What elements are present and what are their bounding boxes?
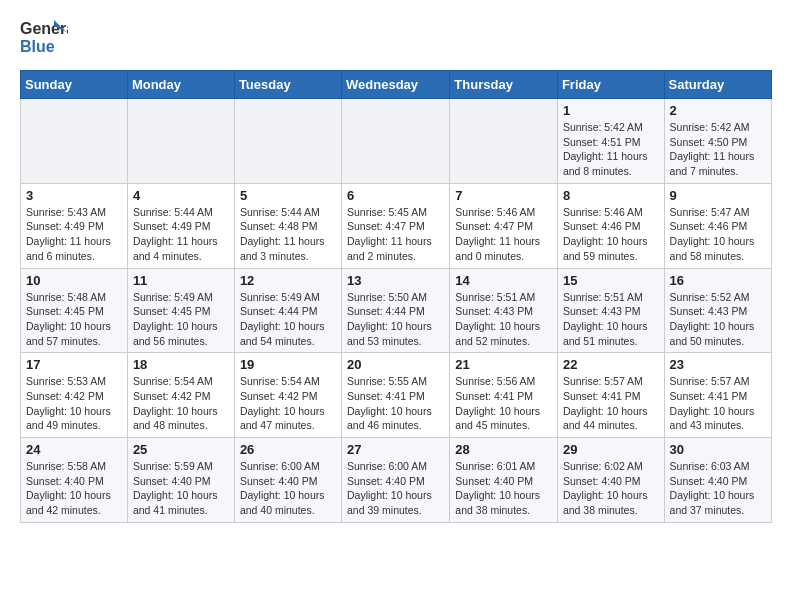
day-info: Sunrise: 5:51 AMSunset: 4:43 PMDaylight:… bbox=[455, 290, 552, 349]
day-info: Sunrise: 5:58 AMSunset: 4:40 PMDaylight:… bbox=[26, 459, 122, 518]
calendar-cell: 10Sunrise: 5:48 AMSunset: 4:45 PMDayligh… bbox=[21, 268, 128, 353]
calendar-cell: 30Sunrise: 6:03 AMSunset: 4:40 PMDayligh… bbox=[664, 438, 771, 523]
day-info: Sunrise: 5:42 AMSunset: 4:51 PMDaylight:… bbox=[563, 120, 659, 179]
logo: GeneralBlue bbox=[20, 16, 68, 60]
day-number: 8 bbox=[563, 188, 659, 203]
day-number: 26 bbox=[240, 442, 336, 457]
day-info: Sunrise: 5:49 AMSunset: 4:44 PMDaylight:… bbox=[240, 290, 336, 349]
calendar-cell: 9Sunrise: 5:47 AMSunset: 4:46 PMDaylight… bbox=[664, 183, 771, 268]
weekday-header: Saturday bbox=[664, 71, 771, 99]
day-info: Sunrise: 5:46 AMSunset: 4:46 PMDaylight:… bbox=[563, 205, 659, 264]
weekday-header: Tuesday bbox=[234, 71, 341, 99]
calendar-cell: 26Sunrise: 6:00 AMSunset: 4:40 PMDayligh… bbox=[234, 438, 341, 523]
day-number: 11 bbox=[133, 273, 229, 288]
day-info: Sunrise: 5:47 AMSunset: 4:46 PMDaylight:… bbox=[670, 205, 766, 264]
day-number: 18 bbox=[133, 357, 229, 372]
calendar-cell: 16Sunrise: 5:52 AMSunset: 4:43 PMDayligh… bbox=[664, 268, 771, 353]
calendar-cell: 7Sunrise: 5:46 AMSunset: 4:47 PMDaylight… bbox=[450, 183, 558, 268]
day-info: Sunrise: 5:56 AMSunset: 4:41 PMDaylight:… bbox=[455, 374, 552, 433]
day-number: 30 bbox=[670, 442, 766, 457]
calendar-week-row: 10Sunrise: 5:48 AMSunset: 4:45 PMDayligh… bbox=[21, 268, 772, 353]
day-info: Sunrise: 5:57 AMSunset: 4:41 PMDaylight:… bbox=[670, 374, 766, 433]
day-number: 21 bbox=[455, 357, 552, 372]
calendar-table: SundayMondayTuesdayWednesdayThursdayFrid… bbox=[20, 70, 772, 523]
day-info: Sunrise: 5:44 AMSunset: 4:48 PMDaylight:… bbox=[240, 205, 336, 264]
calendar-cell: 4Sunrise: 5:44 AMSunset: 4:49 PMDaylight… bbox=[127, 183, 234, 268]
calendar-cell: 29Sunrise: 6:02 AMSunset: 4:40 PMDayligh… bbox=[557, 438, 664, 523]
day-number: 20 bbox=[347, 357, 444, 372]
calendar-cell: 14Sunrise: 5:51 AMSunset: 4:43 PMDayligh… bbox=[450, 268, 558, 353]
day-number: 25 bbox=[133, 442, 229, 457]
day-info: Sunrise: 5:42 AMSunset: 4:50 PMDaylight:… bbox=[670, 120, 766, 179]
calendar-cell: 12Sunrise: 5:49 AMSunset: 4:44 PMDayligh… bbox=[234, 268, 341, 353]
calendar-cell: 5Sunrise: 5:44 AMSunset: 4:48 PMDaylight… bbox=[234, 183, 341, 268]
calendar-cell bbox=[342, 99, 450, 184]
day-number: 12 bbox=[240, 273, 336, 288]
day-info: Sunrise: 5:54 AMSunset: 4:42 PMDaylight:… bbox=[133, 374, 229, 433]
calendar-cell: 15Sunrise: 5:51 AMSunset: 4:43 PMDayligh… bbox=[557, 268, 664, 353]
day-number: 7 bbox=[455, 188, 552, 203]
calendar-cell: 3Sunrise: 5:43 AMSunset: 4:49 PMDaylight… bbox=[21, 183, 128, 268]
logo-svg: GeneralBlue bbox=[20, 16, 68, 60]
day-info: Sunrise: 5:52 AMSunset: 4:43 PMDaylight:… bbox=[670, 290, 766, 349]
calendar-cell bbox=[450, 99, 558, 184]
calendar-cell: 19Sunrise: 5:54 AMSunset: 4:42 PMDayligh… bbox=[234, 353, 341, 438]
day-info: Sunrise: 5:54 AMSunset: 4:42 PMDaylight:… bbox=[240, 374, 336, 433]
day-number: 3 bbox=[26, 188, 122, 203]
day-info: Sunrise: 5:49 AMSunset: 4:45 PMDaylight:… bbox=[133, 290, 229, 349]
weekday-header: Wednesday bbox=[342, 71, 450, 99]
calendar-cell: 2Sunrise: 5:42 AMSunset: 4:50 PMDaylight… bbox=[664, 99, 771, 184]
day-number: 29 bbox=[563, 442, 659, 457]
calendar-header-row: SundayMondayTuesdayWednesdayThursdayFrid… bbox=[21, 71, 772, 99]
day-number: 6 bbox=[347, 188, 444, 203]
svg-text:Blue: Blue bbox=[20, 38, 55, 55]
day-number: 28 bbox=[455, 442, 552, 457]
day-info: Sunrise: 5:46 AMSunset: 4:47 PMDaylight:… bbox=[455, 205, 552, 264]
day-number: 4 bbox=[133, 188, 229, 203]
calendar-cell: 20Sunrise: 5:55 AMSunset: 4:41 PMDayligh… bbox=[342, 353, 450, 438]
calendar-cell: 6Sunrise: 5:45 AMSunset: 4:47 PMDaylight… bbox=[342, 183, 450, 268]
calendar-cell bbox=[21, 99, 128, 184]
day-info: Sunrise: 5:59 AMSunset: 4:40 PMDaylight:… bbox=[133, 459, 229, 518]
day-number: 17 bbox=[26, 357, 122, 372]
day-number: 13 bbox=[347, 273, 444, 288]
calendar-week-row: 17Sunrise: 5:53 AMSunset: 4:42 PMDayligh… bbox=[21, 353, 772, 438]
calendar-cell: 23Sunrise: 5:57 AMSunset: 4:41 PMDayligh… bbox=[664, 353, 771, 438]
calendar-cell: 1Sunrise: 5:42 AMSunset: 4:51 PMDaylight… bbox=[557, 99, 664, 184]
day-number: 15 bbox=[563, 273, 659, 288]
day-number: 10 bbox=[26, 273, 122, 288]
day-info: Sunrise: 6:01 AMSunset: 4:40 PMDaylight:… bbox=[455, 459, 552, 518]
day-info: Sunrise: 5:55 AMSunset: 4:41 PMDaylight:… bbox=[347, 374, 444, 433]
day-info: Sunrise: 6:03 AMSunset: 4:40 PMDaylight:… bbox=[670, 459, 766, 518]
day-number: 2 bbox=[670, 103, 766, 118]
calendar-cell: 25Sunrise: 5:59 AMSunset: 4:40 PMDayligh… bbox=[127, 438, 234, 523]
day-info: Sunrise: 5:53 AMSunset: 4:42 PMDaylight:… bbox=[26, 374, 122, 433]
calendar-cell: 22Sunrise: 5:57 AMSunset: 4:41 PMDayligh… bbox=[557, 353, 664, 438]
calendar-cell bbox=[234, 99, 341, 184]
calendar-week-row: 1Sunrise: 5:42 AMSunset: 4:51 PMDaylight… bbox=[21, 99, 772, 184]
calendar-cell: 24Sunrise: 5:58 AMSunset: 4:40 PMDayligh… bbox=[21, 438, 128, 523]
day-number: 9 bbox=[670, 188, 766, 203]
day-info: Sunrise: 5:43 AMSunset: 4:49 PMDaylight:… bbox=[26, 205, 122, 264]
calendar-cell: 18Sunrise: 5:54 AMSunset: 4:42 PMDayligh… bbox=[127, 353, 234, 438]
calendar-cell: 11Sunrise: 5:49 AMSunset: 4:45 PMDayligh… bbox=[127, 268, 234, 353]
day-number: 14 bbox=[455, 273, 552, 288]
day-number: 1 bbox=[563, 103, 659, 118]
day-number: 5 bbox=[240, 188, 336, 203]
day-number: 23 bbox=[670, 357, 766, 372]
calendar-cell: 27Sunrise: 6:00 AMSunset: 4:40 PMDayligh… bbox=[342, 438, 450, 523]
day-number: 24 bbox=[26, 442, 122, 457]
day-info: Sunrise: 6:00 AMSunset: 4:40 PMDaylight:… bbox=[347, 459, 444, 518]
weekday-header: Monday bbox=[127, 71, 234, 99]
day-info: Sunrise: 5:57 AMSunset: 4:41 PMDaylight:… bbox=[563, 374, 659, 433]
calendar-cell: 17Sunrise: 5:53 AMSunset: 4:42 PMDayligh… bbox=[21, 353, 128, 438]
calendar-week-row: 3Sunrise: 5:43 AMSunset: 4:49 PMDaylight… bbox=[21, 183, 772, 268]
calendar-cell: 8Sunrise: 5:46 AMSunset: 4:46 PMDaylight… bbox=[557, 183, 664, 268]
calendar-body: 1Sunrise: 5:42 AMSunset: 4:51 PMDaylight… bbox=[21, 99, 772, 523]
calendar-week-row: 24Sunrise: 5:58 AMSunset: 4:40 PMDayligh… bbox=[21, 438, 772, 523]
calendar-cell bbox=[127, 99, 234, 184]
day-info: Sunrise: 6:00 AMSunset: 4:40 PMDaylight:… bbox=[240, 459, 336, 518]
day-info: Sunrise: 6:02 AMSunset: 4:40 PMDaylight:… bbox=[563, 459, 659, 518]
header: GeneralBlue bbox=[20, 16, 772, 60]
weekday-header: Thursday bbox=[450, 71, 558, 99]
